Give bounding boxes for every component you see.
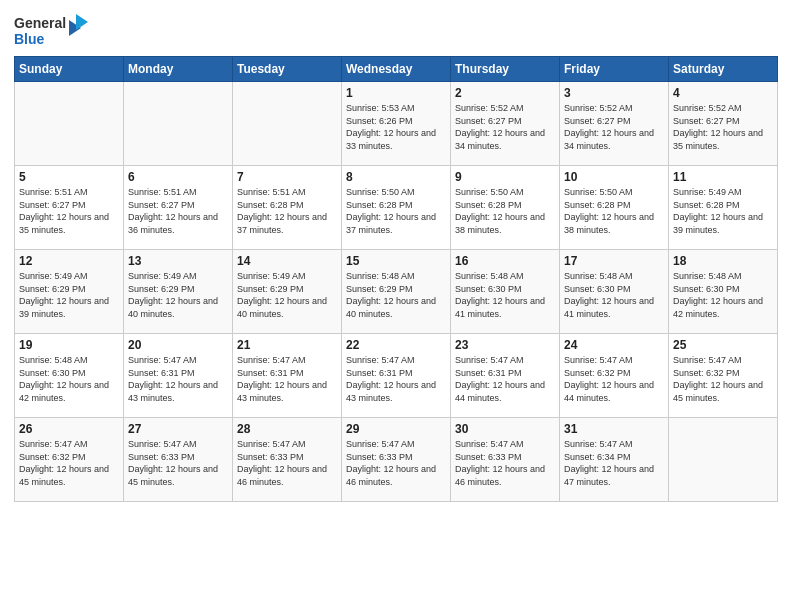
day-number: 9 [455,170,555,184]
header-friday: Friday [560,57,669,82]
day-number: 6 [128,170,228,184]
day-cell: 16Sunrise: 5:48 AM Sunset: 6:30 PM Dayli… [451,250,560,334]
calendar-table: SundayMondayTuesdayWednesdayThursdayFrid… [14,56,778,502]
day-info: Sunrise: 5:48 AM Sunset: 6:30 PM Dayligh… [455,270,555,320]
day-cell: 29Sunrise: 5:47 AM Sunset: 6:33 PM Dayli… [342,418,451,502]
day-cell: 23Sunrise: 5:47 AM Sunset: 6:31 PM Dayli… [451,334,560,418]
day-number: 14 [237,254,337,268]
day-number: 19 [19,338,119,352]
day-cell: 24Sunrise: 5:47 AM Sunset: 6:32 PM Dayli… [560,334,669,418]
day-cell: 3Sunrise: 5:52 AM Sunset: 6:27 PM Daylig… [560,82,669,166]
day-info: Sunrise: 5:49 AM Sunset: 6:29 PM Dayligh… [237,270,337,320]
day-number: 20 [128,338,228,352]
day-info: Sunrise: 5:47 AM Sunset: 6:31 PM Dayligh… [346,354,446,404]
day-info: Sunrise: 5:50 AM Sunset: 6:28 PM Dayligh… [455,186,555,236]
day-cell: 28Sunrise: 5:47 AM Sunset: 6:33 PM Dayli… [233,418,342,502]
day-info: Sunrise: 5:51 AM Sunset: 6:27 PM Dayligh… [128,186,228,236]
header: GeneralBlue [14,10,778,50]
header-tuesday: Tuesday [233,57,342,82]
day-info: Sunrise: 5:49 AM Sunset: 6:28 PM Dayligh… [673,186,773,236]
day-number: 15 [346,254,446,268]
day-cell: 2Sunrise: 5:52 AM Sunset: 6:27 PM Daylig… [451,82,560,166]
day-number: 18 [673,254,773,268]
day-cell: 26Sunrise: 5:47 AM Sunset: 6:32 PM Dayli… [15,418,124,502]
logo-svg: GeneralBlue [14,10,94,50]
day-number: 5 [19,170,119,184]
day-info: Sunrise: 5:47 AM Sunset: 6:31 PM Dayligh… [455,354,555,404]
day-number: 10 [564,170,664,184]
day-cell: 6Sunrise: 5:51 AM Sunset: 6:27 PM Daylig… [124,166,233,250]
day-info: Sunrise: 5:47 AM Sunset: 6:33 PM Dayligh… [346,438,446,488]
day-info: Sunrise: 5:51 AM Sunset: 6:28 PM Dayligh… [237,186,337,236]
header-wednesday: Wednesday [342,57,451,82]
day-cell: 22Sunrise: 5:47 AM Sunset: 6:31 PM Dayli… [342,334,451,418]
header-row: SundayMondayTuesdayWednesdayThursdayFrid… [15,57,778,82]
day-cell: 19Sunrise: 5:48 AM Sunset: 6:30 PM Dayli… [15,334,124,418]
day-info: Sunrise: 5:49 AM Sunset: 6:29 PM Dayligh… [128,270,228,320]
day-number: 22 [346,338,446,352]
day-cell: 7Sunrise: 5:51 AM Sunset: 6:28 PM Daylig… [233,166,342,250]
header-thursday: Thursday [451,57,560,82]
header-sunday: Sunday [15,57,124,82]
day-cell: 14Sunrise: 5:49 AM Sunset: 6:29 PM Dayli… [233,250,342,334]
day-cell [15,82,124,166]
day-number: 21 [237,338,337,352]
day-info: Sunrise: 5:51 AM Sunset: 6:27 PM Dayligh… [19,186,119,236]
day-cell: 9Sunrise: 5:50 AM Sunset: 6:28 PM Daylig… [451,166,560,250]
day-info: Sunrise: 5:47 AM Sunset: 6:31 PM Dayligh… [128,354,228,404]
day-info: Sunrise: 5:52 AM Sunset: 6:27 PM Dayligh… [673,102,773,152]
svg-text:General: General [14,15,66,31]
day-number: 4 [673,86,773,100]
day-info: Sunrise: 5:48 AM Sunset: 6:30 PM Dayligh… [673,270,773,320]
day-cell [124,82,233,166]
page: GeneralBlue SundayMondayTuesdayWednesday… [0,0,792,612]
day-number: 17 [564,254,664,268]
day-cell: 15Sunrise: 5:48 AM Sunset: 6:29 PM Dayli… [342,250,451,334]
day-number: 30 [455,422,555,436]
svg-text:Blue: Blue [14,31,45,47]
svg-marker-1 [76,14,88,30]
day-info: Sunrise: 5:47 AM Sunset: 6:31 PM Dayligh… [237,354,337,404]
day-info: Sunrise: 5:47 AM Sunset: 6:32 PM Dayligh… [564,354,664,404]
day-info: Sunrise: 5:47 AM Sunset: 6:32 PM Dayligh… [673,354,773,404]
day-cell [669,418,778,502]
day-number: 27 [128,422,228,436]
day-cell: 20Sunrise: 5:47 AM Sunset: 6:31 PM Dayli… [124,334,233,418]
week-row-4: 26Sunrise: 5:47 AM Sunset: 6:32 PM Dayli… [15,418,778,502]
day-number: 26 [19,422,119,436]
day-cell: 5Sunrise: 5:51 AM Sunset: 6:27 PM Daylig… [15,166,124,250]
day-number: 29 [346,422,446,436]
day-cell: 25Sunrise: 5:47 AM Sunset: 6:32 PM Dayli… [669,334,778,418]
day-number: 13 [128,254,228,268]
day-number: 25 [673,338,773,352]
header-monday: Monday [124,57,233,82]
day-info: Sunrise: 5:50 AM Sunset: 6:28 PM Dayligh… [346,186,446,236]
day-cell: 8Sunrise: 5:50 AM Sunset: 6:28 PM Daylig… [342,166,451,250]
day-number: 16 [455,254,555,268]
day-info: Sunrise: 5:53 AM Sunset: 6:26 PM Dayligh… [346,102,446,152]
day-info: Sunrise: 5:49 AM Sunset: 6:29 PM Dayligh… [19,270,119,320]
day-cell: 13Sunrise: 5:49 AM Sunset: 6:29 PM Dayli… [124,250,233,334]
day-info: Sunrise: 5:48 AM Sunset: 6:30 PM Dayligh… [564,270,664,320]
day-info: Sunrise: 5:47 AM Sunset: 6:33 PM Dayligh… [455,438,555,488]
logo: GeneralBlue [14,10,94,50]
day-cell: 31Sunrise: 5:47 AM Sunset: 6:34 PM Dayli… [560,418,669,502]
day-cell: 18Sunrise: 5:48 AM Sunset: 6:30 PM Dayli… [669,250,778,334]
week-row-0: 1Sunrise: 5:53 AM Sunset: 6:26 PM Daylig… [15,82,778,166]
day-cell: 27Sunrise: 5:47 AM Sunset: 6:33 PM Dayli… [124,418,233,502]
day-cell: 4Sunrise: 5:52 AM Sunset: 6:27 PM Daylig… [669,82,778,166]
day-info: Sunrise: 5:48 AM Sunset: 6:29 PM Dayligh… [346,270,446,320]
day-number: 3 [564,86,664,100]
week-row-1: 5Sunrise: 5:51 AM Sunset: 6:27 PM Daylig… [15,166,778,250]
day-number: 31 [564,422,664,436]
week-row-2: 12Sunrise: 5:49 AM Sunset: 6:29 PM Dayli… [15,250,778,334]
day-info: Sunrise: 5:52 AM Sunset: 6:27 PM Dayligh… [564,102,664,152]
day-info: Sunrise: 5:52 AM Sunset: 6:27 PM Dayligh… [455,102,555,152]
day-number: 8 [346,170,446,184]
day-info: Sunrise: 5:47 AM Sunset: 6:33 PM Dayligh… [128,438,228,488]
day-cell: 12Sunrise: 5:49 AM Sunset: 6:29 PM Dayli… [15,250,124,334]
day-info: Sunrise: 5:48 AM Sunset: 6:30 PM Dayligh… [19,354,119,404]
day-info: Sunrise: 5:47 AM Sunset: 6:34 PM Dayligh… [564,438,664,488]
day-number: 2 [455,86,555,100]
day-number: 23 [455,338,555,352]
